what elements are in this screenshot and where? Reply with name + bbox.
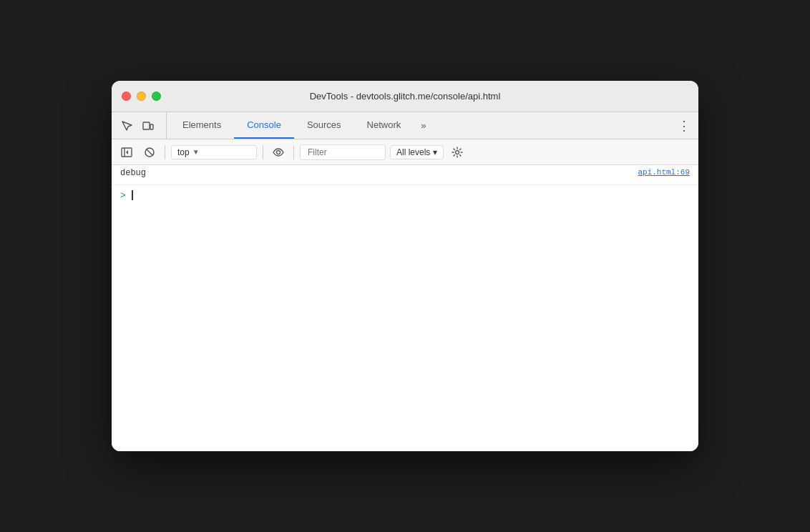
tab-console[interactable]: Console bbox=[234, 112, 294, 139]
tab-network[interactable]: Network bbox=[354, 112, 414, 139]
tab-kebab-menu[interactable]: ⋮ bbox=[670, 112, 698, 139]
title-bar: DevTools - devtools.glitch.me/console/ap… bbox=[112, 81, 698, 112]
svg-point-7 bbox=[277, 150, 280, 154]
svg-point-8 bbox=[456, 150, 459, 154]
console-prompt-row[interactable]: > bbox=[112, 185, 698, 205]
close-button[interactable] bbox=[122, 92, 131, 101]
filter-input[interactable] bbox=[300, 144, 386, 160]
svg-rect-0 bbox=[143, 122, 150, 129]
tab-bar: Elements Console Sources Network » ⋮ bbox=[112, 112, 698, 139]
levels-arrow-icon: ▾ bbox=[433, 147, 437, 157]
console-entry-text: debug bbox=[120, 168, 638, 178]
settings-icon[interactable] bbox=[448, 143, 467, 162]
toolbar-divider-1 bbox=[165, 145, 165, 159]
context-arrow-icon: ▼ bbox=[192, 148, 200, 156]
svg-rect-1 bbox=[150, 124, 153, 129]
tab-more-button[interactable]: » bbox=[414, 112, 433, 139]
minimize-button[interactable] bbox=[137, 92, 146, 101]
window-title: DevTools - devtools.glitch.me/console/ap… bbox=[310, 91, 501, 102]
toolbar-divider-3 bbox=[293, 145, 294, 159]
svg-marker-4 bbox=[126, 150, 128, 154]
console-prompt-chevron: > bbox=[120, 190, 126, 201]
clear-console-icon[interactable] bbox=[140, 143, 159, 162]
traffic-lights bbox=[122, 92, 161, 101]
devtools-window: DevTools - devtools.glitch.me/console/ap… bbox=[112, 81, 698, 451]
eye-icon[interactable] bbox=[269, 143, 288, 162]
inspect-element-icon[interactable] bbox=[117, 117, 136, 135]
console-content: debug api.html:69 > bbox=[112, 165, 698, 451]
levels-selector[interactable]: All levels ▾ bbox=[390, 145, 444, 159]
console-cursor bbox=[132, 190, 133, 200]
console-entry: debug api.html:69 bbox=[112, 165, 698, 185]
sidebar-toggle-icon[interactable] bbox=[117, 143, 136, 162]
tab-sources[interactable]: Sources bbox=[294, 112, 354, 139]
svg-line-6 bbox=[147, 149, 152, 155]
device-toggle-icon[interactable] bbox=[139, 117, 157, 135]
tab-bar-icons bbox=[117, 112, 167, 139]
tab-elements[interactable]: Elements bbox=[170, 112, 234, 139]
context-selector[interactable]: top ▼ bbox=[171, 145, 257, 159]
console-entry-source[interactable]: api.html:69 bbox=[638, 168, 690, 177]
tabs: Elements Console Sources Network » bbox=[170, 112, 670, 139]
maximize-button[interactable] bbox=[152, 92, 161, 101]
toolbar-divider-2 bbox=[263, 145, 263, 159]
console-toolbar: top ▼ All levels ▾ bbox=[112, 139, 698, 165]
